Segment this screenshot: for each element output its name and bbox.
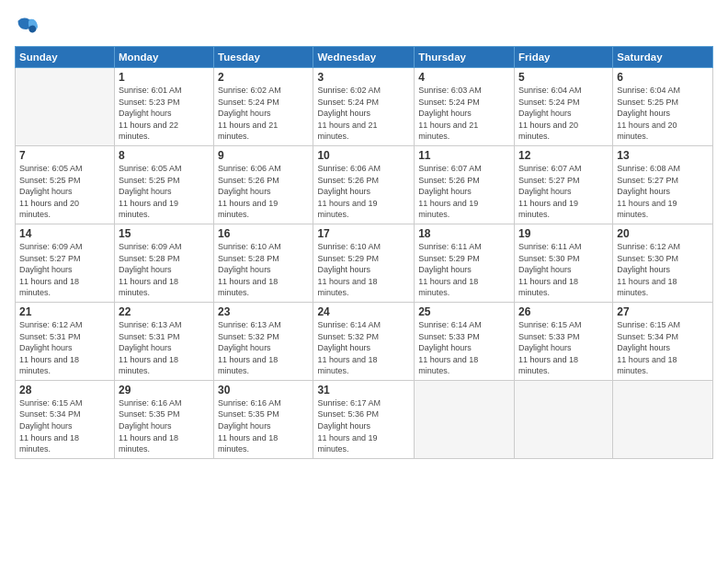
calendar-cell: 15 Sunrise: 6:09 AM Sunset: 5:28 PM Dayl… — [114, 224, 213, 302]
day-info: Sunrise: 6:16 AM Sunset: 5:35 PM Dayligh… — [218, 397, 309, 455]
day-number: 29 — [119, 384, 210, 396]
day-number: 26 — [518, 305, 609, 318]
calendar-cell: 10 Sunrise: 6:06 AM Sunset: 5:26 PM Dayl… — [313, 145, 415, 224]
day-number: 3 — [317, 71, 410, 84]
day-number: 15 — [119, 227, 210, 240]
calendar-cell: 28 Sunrise: 6:15 AM Sunset: 5:34 PM Dayl… — [16, 380, 115, 458]
day-info: Sunrise: 6:17 AM Sunset: 5:36 PM Dayligh… — [317, 397, 410, 455]
day-number: 21 — [19, 305, 110, 318]
day-number: 10 — [317, 149, 410, 162]
day-number: 18 — [418, 227, 510, 240]
calendar-cell: 14 Sunrise: 6:09 AM Sunset: 5:27 PM Dayl… — [16, 224, 115, 302]
day-number: 27 — [617, 305, 709, 318]
weekday-header-sunday: Sunday — [16, 47, 115, 68]
calendar-cell: 20 Sunrise: 6:12 AM Sunset: 5:30 PM Dayl… — [613, 224, 713, 302]
calendar-cell: 24 Sunrise: 6:14 AM Sunset: 5:32 PM Dayl… — [313, 302, 415, 380]
day-number: 7 — [19, 149, 110, 162]
day-info: Sunrise: 6:02 AM Sunset: 5:24 PM Dayligh… — [317, 85, 410, 143]
calendar-cell: 26 Sunrise: 6:15 AM Sunset: 5:33 PM Dayl… — [514, 302, 612, 380]
day-number: 24 — [317, 305, 410, 318]
calendar-cell: 31 Sunrise: 6:17 AM Sunset: 5:36 PM Dayl… — [313, 380, 415, 458]
weekday-header-wednesday: Wednesday — [313, 47, 415, 68]
day-number: 12 — [518, 149, 609, 162]
weekday-header-tuesday: Tuesday — [214, 47, 313, 68]
day-info: Sunrise: 6:09 AM Sunset: 5:27 PM Dayligh… — [19, 241, 110, 299]
day-number: 13 — [617, 149, 709, 162]
day-info: Sunrise: 6:11 AM Sunset: 5:29 PM Dayligh… — [418, 241, 510, 299]
calendar-cell: 17 Sunrise: 6:10 AM Sunset: 5:29 PM Dayl… — [313, 224, 415, 302]
day-number: 16 — [218, 227, 309, 240]
day-number: 5 — [518, 71, 609, 84]
calendar-cell: 3 Sunrise: 6:02 AM Sunset: 5:24 PM Dayli… — [313, 68, 415, 146]
day-info: Sunrise: 6:12 AM Sunset: 5:31 PM Dayligh… — [19, 319, 110, 377]
day-info: Sunrise: 6:07 AM Sunset: 5:27 PM Dayligh… — [518, 163, 609, 221]
day-info: Sunrise: 6:02 AM Sunset: 5:24 PM Dayligh… — [218, 85, 309, 143]
calendar-cell: 21 Sunrise: 6:12 AM Sunset: 5:31 PM Dayl… — [16, 302, 115, 380]
calendar-cell: 1 Sunrise: 6:01 AM Sunset: 5:23 PM Dayli… — [114, 68, 213, 146]
week-row-3: 14 Sunrise: 6:09 AM Sunset: 5:27 PM Dayl… — [16, 224, 713, 302]
calendar-cell: 27 Sunrise: 6:15 AM Sunset: 5:34 PM Dayl… — [613, 302, 713, 380]
day-info: Sunrise: 6:04 AM Sunset: 5:24 PM Dayligh… — [518, 85, 609, 143]
weekday-header-saturday: Saturday — [613, 47, 713, 68]
calendar-cell: 2 Sunrise: 6:02 AM Sunset: 5:24 PM Dayli… — [214, 68, 313, 146]
weekday-header-row: SundayMondayTuesdayWednesdayThursdayFrid… — [16, 47, 713, 68]
day-number: 17 — [317, 227, 410, 240]
weekday-header-friday: Friday — [514, 47, 612, 68]
calendar-cell: 13 Sunrise: 6:08 AM Sunset: 5:27 PM Dayl… — [613, 145, 713, 224]
day-number: 1 — [119, 71, 210, 84]
calendar-table: SundayMondayTuesdayWednesdayThursdayFrid… — [15, 46, 713, 459]
calendar-cell: 6 Sunrise: 6:04 AM Sunset: 5:25 PM Dayli… — [613, 68, 713, 146]
day-info: Sunrise: 6:13 AM Sunset: 5:32 PM Dayligh… — [218, 319, 309, 377]
day-info: Sunrise: 6:16 AM Sunset: 5:35 PM Dayligh… — [119, 397, 210, 455]
day-info: Sunrise: 6:01 AM Sunset: 5:23 PM Dayligh… — [119, 85, 210, 143]
day-number: 2 — [218, 71, 309, 84]
day-number: 23 — [218, 305, 309, 318]
calendar-cell: 4 Sunrise: 6:03 AM Sunset: 5:24 PM Dayli… — [415, 68, 515, 146]
day-info: Sunrise: 6:06 AM Sunset: 5:26 PM Dayligh… — [218, 163, 309, 221]
calendar-cell: 23 Sunrise: 6:13 AM Sunset: 5:32 PM Dayl… — [214, 302, 313, 380]
day-info: Sunrise: 6:05 AM Sunset: 5:25 PM Dayligh… — [119, 163, 210, 221]
calendar-cell: 16 Sunrise: 6:10 AM Sunset: 5:28 PM Dayl… — [214, 224, 313, 302]
calendar-cell — [514, 380, 612, 458]
calendar-cell: 5 Sunrise: 6:04 AM Sunset: 5:24 PM Dayli… — [514, 68, 612, 146]
page: SundayMondayTuesdayWednesdayThursdayFrid… — [0, 0, 728, 563]
day-info: Sunrise: 6:10 AM Sunset: 5:29 PM Dayligh… — [317, 241, 410, 299]
day-info: Sunrise: 6:05 AM Sunset: 5:25 PM Dayligh… — [19, 163, 110, 221]
day-info: Sunrise: 6:09 AM Sunset: 5:28 PM Dayligh… — [119, 241, 210, 299]
calendar-cell: 22 Sunrise: 6:13 AM Sunset: 5:31 PM Dayl… — [114, 302, 213, 380]
day-number: 4 — [418, 71, 510, 84]
day-info: Sunrise: 6:15 AM Sunset: 5:34 PM Dayligh… — [19, 397, 110, 455]
calendar-cell: 7 Sunrise: 6:05 AM Sunset: 5:25 PM Dayli… — [16, 145, 115, 224]
day-info: Sunrise: 6:14 AM Sunset: 5:33 PM Dayligh… — [418, 319, 510, 377]
day-number: 31 — [317, 384, 410, 396]
day-info: Sunrise: 6:12 AM Sunset: 5:30 PM Dayligh… — [617, 241, 709, 299]
logo — [15, 13, 44, 39]
week-row-2: 7 Sunrise: 6:05 AM Sunset: 5:25 PM Dayli… — [16, 145, 713, 224]
weekday-header-thursday: Thursday — [415, 47, 515, 68]
calendar-cell: 30 Sunrise: 6:16 AM Sunset: 5:35 PM Dayl… — [214, 380, 313, 458]
calendar-cell: 29 Sunrise: 6:16 AM Sunset: 5:35 PM Dayl… — [114, 380, 213, 458]
day-number: 19 — [518, 227, 609, 240]
day-number: 28 — [19, 384, 110, 396]
weekday-header-monday: Monday — [114, 47, 213, 68]
calendar-cell: 8 Sunrise: 6:05 AM Sunset: 5:25 PM Dayli… — [114, 145, 213, 224]
calendar-cell: 25 Sunrise: 6:14 AM Sunset: 5:33 PM Dayl… — [415, 302, 515, 380]
day-info: Sunrise: 6:08 AM Sunset: 5:27 PM Dayligh… — [617, 163, 709, 221]
day-number: 30 — [218, 384, 309, 396]
day-info: Sunrise: 6:03 AM Sunset: 5:24 PM Dayligh… — [418, 85, 510, 143]
calendar-cell: 12 Sunrise: 6:07 AM Sunset: 5:27 PM Dayl… — [514, 145, 612, 224]
day-number: 20 — [617, 227, 709, 240]
day-number: 8 — [119, 149, 210, 162]
calendar-cell: 19 Sunrise: 6:11 AM Sunset: 5:30 PM Dayl… — [514, 224, 612, 302]
day-number: 9 — [218, 149, 309, 162]
day-info: Sunrise: 6:11 AM Sunset: 5:30 PM Dayligh… — [518, 241, 609, 299]
day-number: 25 — [418, 305, 510, 318]
day-number: 6 — [617, 71, 709, 84]
day-info: Sunrise: 6:10 AM Sunset: 5:28 PM Dayligh… — [218, 241, 309, 299]
logo-icon — [15, 13, 40, 39]
day-info: Sunrise: 6:14 AM Sunset: 5:32 PM Dayligh… — [317, 319, 410, 377]
calendar-cell — [16, 68, 115, 146]
day-info: Sunrise: 6:04 AM Sunset: 5:25 PM Dayligh… — [617, 85, 709, 143]
calendar-cell: 9 Sunrise: 6:06 AM Sunset: 5:26 PM Dayli… — [214, 145, 313, 224]
week-row-5: 28 Sunrise: 6:15 AM Sunset: 5:34 PM Dayl… — [16, 380, 713, 458]
